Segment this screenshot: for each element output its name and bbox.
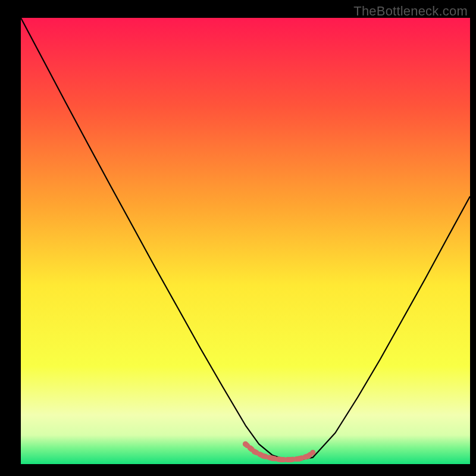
watermark-text: TheBottleneck.com xyxy=(353,4,468,19)
bottom-highlight-dot xyxy=(310,450,315,455)
bottleneck-chart xyxy=(0,0,476,476)
plot-background xyxy=(21,18,470,464)
chart-frame: TheBottleneck.com xyxy=(0,0,476,476)
